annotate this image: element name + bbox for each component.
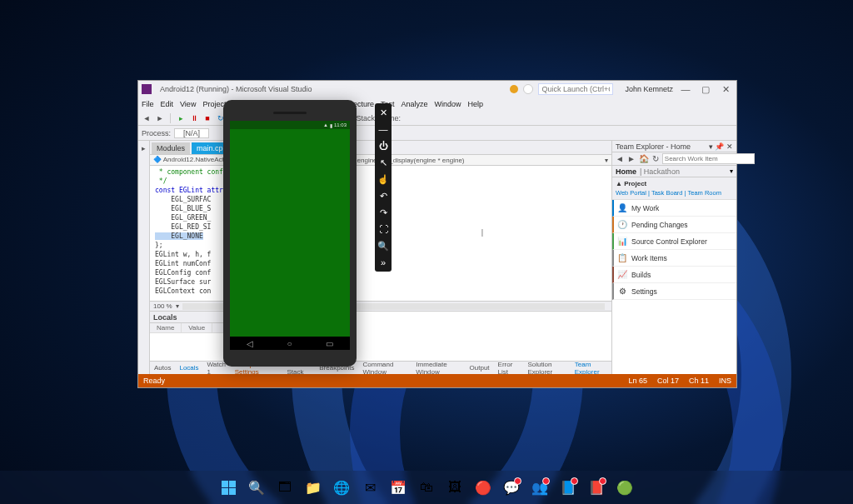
taskbar-store-icon[interactable]: 🛍 [415, 476, 438, 499]
maximize-button[interactable]: ▢ [698, 84, 713, 95]
te-item-label: Settings [631, 287, 657, 296]
emulator-rotate-right-icon[interactable]: ↷ [377, 207, 389, 218]
menu-view[interactable]: View [180, 100, 196, 108]
stop-icon[interactable]: ■ [202, 113, 212, 123]
te-item-label: Work Items [631, 254, 667, 262]
emulator-minimize-icon[interactable]: — [377, 123, 389, 135]
te-search-input[interactable] [662, 153, 755, 164]
te-fwd-icon[interactable]: ► [627, 154, 636, 164]
taskbar-calendar-icon[interactable]: 📅 [387, 476, 410, 499]
taskbar-photos-icon[interactable]: 🖼 [443, 476, 466, 499]
te-item-my-work[interactable]: 👤My Work [612, 200, 736, 217]
te-pin-icon[interactable]: ▾ 📌 ✕ [709, 142, 733, 151]
taskbar-messenger-icon[interactable]: 💬 [500, 476, 523, 499]
taskbar-word-icon[interactable]: 📘 [556, 476, 580, 499]
te-item-work-items[interactable]: 📋Work Items [612, 250, 736, 267]
quick-launch-input[interactable] [538, 83, 613, 95]
pause-icon[interactable]: ⏸ [189, 113, 199, 123]
team-explorer-title: Team Explorer - Home [616, 142, 691, 151]
team-explorer-panel: Team Explorer - Home ▾ 📌 ✕ ◄ ► 🏠 ↻ Home … [611, 141, 736, 374]
gutter-icon[interactable]: ▸ [142, 144, 146, 152]
phone-frame: ▲ ▮ 11:03 ◁ ○ ▭ [223, 100, 357, 367]
battery-icon: ▮ [330, 122, 332, 128]
te-item-icon: 📈 [617, 270, 627, 280]
tab-modules[interactable]: Modules [152, 142, 190, 154]
taskbar-search-icon[interactable]: 🔍 [245, 476, 268, 499]
te-item-pending-changes[interactable]: 🕐Pending Changes [612, 217, 736, 233]
taskbar-explorer-icon[interactable]: 📁 [302, 476, 325, 499]
taskbar-opera-icon[interactable]: 🔴 [471, 476, 495, 499]
close-button[interactable]: ✕ [718, 84, 733, 95]
taskbar-mail-icon[interactable]: ✉ [358, 476, 382, 499]
nav-fwd-icon[interactable]: ► [155, 113, 165, 123]
title-bar: Android12 (Running) - Microsoft Visual S… [138, 81, 736, 97]
te-home-label[interactable]: Home [616, 167, 636, 176]
emulator-power-icon[interactable]: ⏻ [377, 140, 389, 152]
taskbar-start-icon[interactable] [217, 476, 240, 499]
te-item-icon: 📊 [617, 237, 627, 247]
menu-help[interactable]: Help [468, 100, 484, 108]
link-task-board[interactable]: Task Board [651, 189, 683, 197]
emulator-fit-icon[interactable]: ⛶ [377, 223, 389, 235]
te-item-label: Source Control Explorer [631, 237, 707, 246]
code-right-pane[interactable]: I [353, 166, 611, 301]
te-back-icon[interactable]: ◄ [616, 154, 624, 164]
locals-col-value[interactable]: Value [182, 323, 212, 332]
taskbar-task-view-icon[interactable]: 🗔 [273, 476, 297, 499]
te-hackathon-label: | Hackathon [640, 167, 680, 176]
emulator-close-icon[interactable]: ✕ [377, 107, 389, 118]
te-item-label: My Work [631, 204, 659, 212]
taskbar-edge-icon[interactable]: 🌐 [330, 476, 353, 499]
emulator-touch-icon[interactable]: ☝ [377, 173, 389, 185]
left-tool-gutter: ▸ [138, 141, 150, 374]
emulator-toolbar: ✕ — ⏻ ↖ ☝ ↶ ↷ ⛶ 🔍 » [375, 103, 392, 272]
quick-launch-icon [523, 84, 533, 94]
bottom-tab-strip: Autos Locals Watch 1 Exception Settings … [150, 361, 611, 374]
process-dropdown[interactable]: [N/A] [174, 128, 209, 138]
tab-output[interactable]: Output [466, 362, 494, 373]
menu-analyze[interactable]: Analyze [402, 100, 428, 108]
te-home-icon[interactable]: 🏠 [639, 154, 649, 164]
user-name[interactable]: John Kemnetz [625, 85, 673, 93]
te-refresh-icon[interactable]: ↻ [652, 154, 659, 164]
status-ready: Ready [143, 377, 165, 385]
link-web-portal[interactable]: Web Portal [616, 189, 646, 197]
zoom-level[interactable]: 100 % [153, 302, 172, 310]
bottom-panel: Locals ▾ 📌 ✕ Name Value [150, 311, 611, 361]
android-emulator-window[interactable]: ▲ ▮ 11:03 ◁ ○ ▭ ✕ — ⏻ ↖ ☝ ↶ ↷ ⛶ 🔍 » [223, 100, 373, 367]
continue-icon[interactable]: ▸ [176, 113, 186, 123]
notification-icon[interactable] [510, 85, 518, 93]
menu-edit[interactable]: Edit [161, 100, 174, 108]
emulator-rotate-left-icon[interactable]: ↶ [377, 190, 389, 202]
status-col: Col 17 [657, 377, 679, 385]
te-item-settings[interactable]: ⚙Settings [612, 283, 736, 300]
emulator-zoom-icon[interactable]: 🔍 [377, 240, 389, 252]
phone-screen[interactable] [230, 129, 350, 337]
phone-home-button[interactable]: ○ [287, 339, 292, 348]
zoom-dropdown-icon[interactable]: ▾ [176, 302, 179, 310]
phone-recent-button[interactable]: ▭ [326, 339, 333, 348]
phone-back-button[interactable]: ◁ [247, 339, 253, 348]
menu-file[interactable]: File [142, 100, 154, 108]
right-bottom-panel[interactable] [335, 312, 611, 361]
menu-window[interactable]: Window [435, 100, 461, 108]
nav-back-icon[interactable]: ◄ [142, 113, 152, 123]
tab-locals[interactable]: Locals [175, 362, 202, 373]
te-project-section: ▲ Project Web Portal | Task Board | Team… [612, 177, 736, 200]
taskbar-teams-icon[interactable]: 👥 [528, 476, 551, 499]
signal-icon: ▲ [323, 122, 328, 127]
minimize-button[interactable]: — [678, 84, 693, 94]
te-dropdown-icon[interactable]: ▾ [730, 167, 733, 175]
locals-title: Locals [153, 313, 177, 322]
tab-autos[interactable]: Autos [150, 362, 175, 373]
phone-speaker [273, 112, 307, 114]
te-project-header[interactable]: Project [624, 180, 646, 187]
link-team-room[interactable]: Team Room [687, 189, 721, 197]
emulator-more-icon[interactable]: » [377, 257, 389, 268]
te-item-source-control-explorer[interactable]: 📊Source Control Explorer [612, 233, 736, 250]
locals-col-name[interactable]: Name [150, 323, 182, 332]
taskbar-wps-icon[interactable]: 📕 [585, 476, 608, 499]
emulator-pointer-icon[interactable]: ↖ [377, 157, 389, 168]
te-item-builds[interactable]: 📈Builds [612, 267, 736, 283]
taskbar-spotify-icon[interactable]: 🟢 [613, 476, 636, 499]
